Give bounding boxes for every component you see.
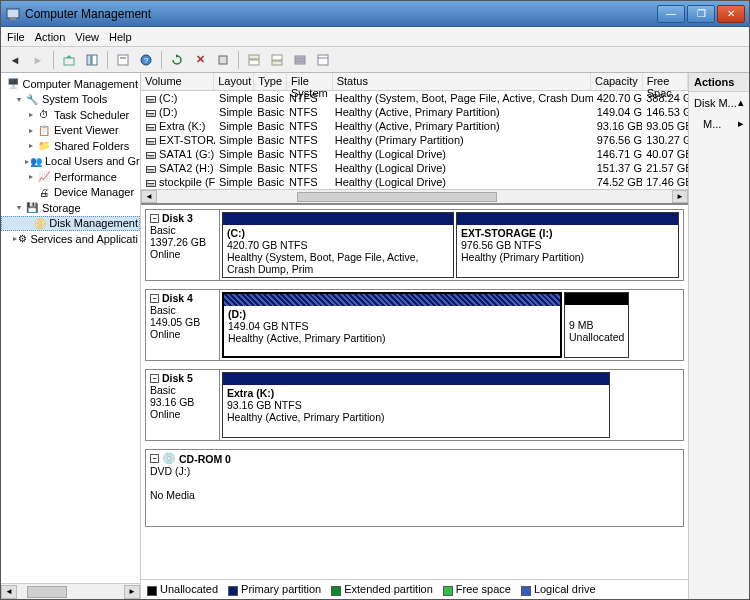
disk-collapse-icon[interactable]: −: [150, 374, 159, 383]
actions-header: Actions: [689, 73, 749, 92]
svg-rect-4: [92, 55, 97, 65]
settings-button[interactable]: [213, 50, 233, 70]
col-layout[interactable]: Layout: [214, 73, 254, 90]
actions-disk-mgmt[interactable]: Disk M...▴: [689, 92, 749, 113]
col-free[interactable]: Free Spac: [643, 73, 688, 90]
disk-5-info: −Disk 5 Basic93.16 GBOnline: [146, 370, 220, 440]
disk-collapse-icon[interactable]: −: [150, 454, 159, 463]
svg-rect-2: [64, 58, 74, 65]
back-button[interactable]: ◄: [5, 50, 25, 70]
disk-graphical-view[interactable]: −Disk 3 Basic1397.26 GBOnline (C:)420.70…: [141, 205, 688, 579]
menu-help[interactable]: Help: [109, 31, 132, 43]
menu-bar: File Action View Help: [1, 27, 749, 47]
minimize-button[interactable]: —: [657, 5, 685, 23]
disk-4-row[interactable]: −Disk 4 Basic149.05 GBOnline (D:)149.04 …: [145, 289, 684, 361]
refresh-button[interactable]: [167, 50, 187, 70]
legend-swatch-unallocated: [147, 586, 157, 596]
expand-icon[interactable]: ▸: [25, 109, 36, 120]
volume-row[interactable]: 🖴 (D:)SimpleBasicNTFSHealthy (Active, Pr…: [141, 105, 688, 119]
view-detail-button[interactable]: [313, 50, 333, 70]
disk-collapse-icon[interactable]: −: [150, 294, 159, 303]
svg-rect-13: [272, 61, 282, 65]
disk-collapse-icon[interactable]: −: [150, 214, 159, 223]
cdrom-0-row[interactable]: −💿CD-ROM 0 DVD (J:)No Media: [145, 449, 684, 527]
col-type[interactable]: Type: [254, 73, 287, 90]
forward-button[interactable]: ►: [28, 50, 48, 70]
app-icon: [5, 6, 21, 22]
toolbar: ◄ ► ? ✕: [1, 47, 749, 73]
scroll-thumb[interactable]: [297, 192, 497, 202]
svg-text:?: ?: [144, 56, 149, 65]
disk-3-row[interactable]: −Disk 3 Basic1397.26 GBOnline (C:)420.70…: [145, 209, 684, 281]
help-button[interactable]: ?: [136, 50, 156, 70]
collapse-icon[interactable]: ▾: [13, 94, 24, 105]
partition-ext-storage[interactable]: EXT-STORAGE (I:)976.56 GB NTFSHealthy (P…: [456, 212, 679, 278]
col-filesystem[interactable]: File System: [287, 73, 333, 90]
tree-services[interactable]: ▸⚙Services and Applicati: [1, 231, 140, 247]
disk-5-row[interactable]: −Disk 5 Basic93.16 GBOnline Extra (K:)93…: [145, 369, 684, 441]
svg-rect-16: [295, 62, 305, 64]
svg-rect-9: [219, 56, 227, 64]
maximize-button[interactable]: ❐: [687, 5, 715, 23]
volume-row[interactable]: 🖴 Extra (K:)SimpleBasicNTFSHealthy (Acti…: [141, 119, 688, 133]
disk-4-info: −Disk 4 Basic149.05 GBOnline: [146, 290, 220, 360]
window-title: Computer Management: [25, 7, 657, 21]
legend-swatch-extended: [331, 586, 341, 596]
partition-extra-k[interactable]: Extra (K:)93.16 GB NTFSHealthy (Active, …: [222, 372, 610, 438]
volume-row[interactable]: 🖴 EXT-STORAGE (I:)SimpleBasicNTFSHealthy…: [141, 133, 688, 147]
nav-tree[interactable]: 🖥️Computer Management ▾🔧System Tools ▸⏱T…: [1, 73, 141, 599]
volume-header[interactable]: Volume Layout Type File System Status Ca…: [141, 73, 688, 91]
disk-3-info: −Disk 3 Basic1397.26 GBOnline: [146, 210, 220, 280]
partition-unallocated[interactable]: 9 MBUnallocated: [564, 292, 629, 358]
properties-button[interactable]: [113, 50, 133, 70]
col-status[interactable]: Status: [333, 73, 591, 90]
tree-shared-folders[interactable]: ▸📁Shared Folders: [1, 138, 140, 154]
view-list-button[interactable]: [290, 50, 310, 70]
tree-hscrollbar[interactable]: ◄ ►: [1, 583, 140, 599]
close-button[interactable]: ✕: [717, 5, 745, 23]
tree-system-tools[interactable]: ▾🔧System Tools: [1, 92, 140, 108]
cdrom-0-info: −💿CD-ROM 0 DVD (J:)No Media: [146, 450, 683, 526]
show-hide-tree-button[interactable]: [82, 50, 102, 70]
tree-device-manager[interactable]: 🖨Device Manager: [1, 185, 140, 201]
menu-view[interactable]: View: [75, 31, 99, 43]
tree-event-viewer[interactable]: ▸📋Event Viewer: [1, 123, 140, 139]
svg-rect-17: [318, 55, 328, 65]
actions-more[interactable]: M...▸: [689, 113, 749, 134]
volume-row[interactable]: 🖴 SATA1 (G:)SimpleBasicNTFSHealthy (Logi…: [141, 147, 688, 161]
scroll-left-button[interactable]: ◄: [141, 190, 157, 203]
menu-file[interactable]: File: [7, 31, 25, 43]
col-volume[interactable]: Volume: [141, 73, 214, 90]
view-bottom-button[interactable]: [267, 50, 287, 70]
title-bar: Computer Management — ❐ ✕: [1, 1, 749, 27]
volume-hscrollbar[interactable]: ◄ ►: [141, 189, 688, 203]
svg-rect-14: [295, 56, 305, 58]
partition-d-selected[interactable]: (D:)149.04 GB NTFSHealthy (Active, Prima…: [222, 292, 562, 358]
col-capacity[interactable]: Capacity: [591, 73, 643, 90]
tree-performance[interactable]: ▸📈Performance: [1, 169, 140, 185]
scroll-thumb[interactable]: [27, 586, 67, 598]
legend-swatch-primary: [228, 586, 238, 596]
svg-rect-12: [272, 55, 282, 60]
view-top-button[interactable]: [244, 50, 264, 70]
tree-root[interactable]: 🖥️Computer Management: [1, 76, 140, 92]
scroll-right-button[interactable]: ►: [672, 190, 688, 203]
scroll-right-button[interactable]: ►: [124, 585, 140, 599]
partition-c[interactable]: (C:)420.70 GB NTFSHealthy (System, Boot,…: [222, 212, 454, 278]
svg-rect-1: [10, 18, 16, 20]
tree-storage[interactable]: ▾💾Storage: [1, 200, 140, 216]
svg-rect-11: [249, 60, 259, 65]
up-button[interactable]: [59, 50, 79, 70]
svg-rect-0: [7, 9, 19, 18]
delete-button[interactable]: ✕: [190, 50, 210, 70]
tree-disk-management[interactable]: 📀Disk Management: [1, 216, 140, 232]
volume-row[interactable]: 🖴 (C:)SimpleBasicNTFSHealthy (System, Bo…: [141, 91, 688, 105]
legend-swatch-logical: [521, 586, 531, 596]
volume-row[interactable]: 🖴 SATA2 (H:)SimpleBasicNTFSHealthy (Logi…: [141, 161, 688, 175]
volume-row[interactable]: 🖴 stockpile (F:)SimpleBasicNTFSHealthy (…: [141, 175, 688, 189]
volume-list[interactable]: Volume Layout Type File System Status Ca…: [141, 73, 688, 205]
menu-action[interactable]: Action: [35, 31, 66, 43]
tree-local-users[interactable]: ▸👥Local Users and Gr: [1, 154, 140, 170]
tree-task-scheduler[interactable]: ▸⏱Task Scheduler: [1, 107, 140, 123]
scroll-left-button[interactable]: ◄: [1, 585, 17, 599]
